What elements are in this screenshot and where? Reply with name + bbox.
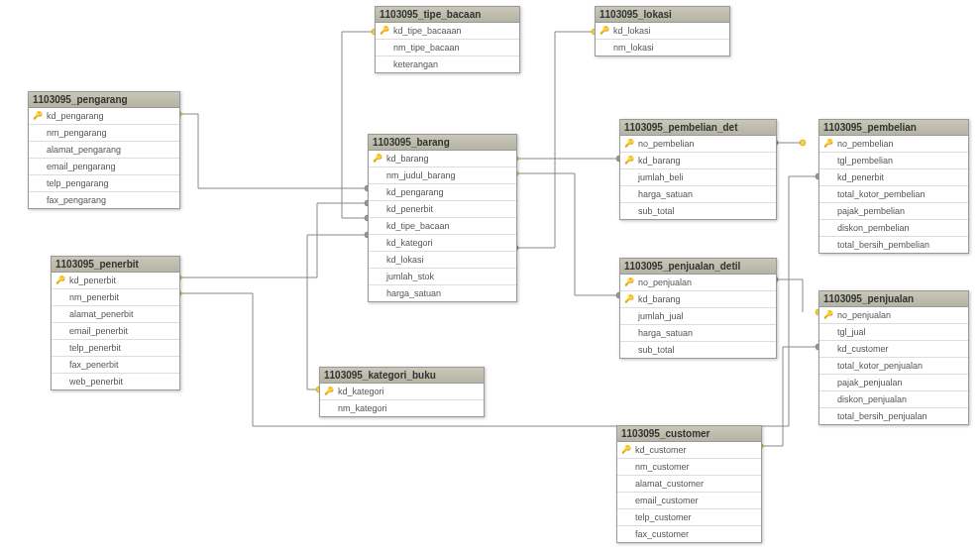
- table-row[interactable]: telp_pengarang: [29, 175, 179, 192]
- table-row[interactable]: alamat_pengarang: [29, 142, 179, 159]
- table-row[interactable]: kd_penerbit: [52, 273, 179, 289]
- table-row[interactable]: kd_tipe_bacaan: [369, 218, 516, 235]
- field-name: email_penerbit: [69, 326, 128, 336]
- table-row[interactable]: telp_penerbit: [52, 340, 179, 357]
- table-row[interactable]: kd_customer: [819, 341, 968, 358]
- table-row[interactable]: jumlah_jual: [620, 308, 776, 325]
- table-row[interactable]: kd_lokasi: [596, 23, 729, 40]
- table-penjualan_detil[interactable]: 1103095_penjualan_detilno_penjualankd_ba…: [619, 258, 777, 359]
- field-name: pajak_penjualan: [837, 378, 903, 388]
- table-row[interactable]: fax_pengarang: [29, 192, 179, 208]
- field-name: nm_customer: [635, 462, 690, 472]
- table-row[interactable]: no_pembelian: [620, 136, 776, 153]
- table-row[interactable]: jumlah_stok: [369, 269, 516, 285]
- table-row[interactable]: harga_satuan: [620, 325, 776, 342]
- table-header[interactable]: 1103095_pembelian: [819, 120, 968, 136]
- table-row[interactable]: kd_barang: [620, 291, 776, 308]
- key-placeholder: [33, 161, 43, 172]
- table-row[interactable]: no_penjualan: [819, 307, 968, 324]
- table-row[interactable]: jumlah_beli: [620, 169, 776, 186]
- key-placeholder: [823, 239, 833, 251]
- table-header[interactable]: 1103095_kategori_buku: [320, 368, 484, 384]
- table-row[interactable]: kd_customer: [617, 442, 761, 459]
- table-row[interactable]: nm_tipe_bacaan: [376, 40, 519, 56]
- table-row[interactable]: email_customer: [617, 493, 761, 509]
- table-row[interactable]: kd_kategori: [320, 384, 484, 400]
- field-name: alamat_customer: [635, 479, 704, 489]
- table-lokasi[interactable]: 1103095_lokasikd_lokasinm_lokasi: [595, 6, 730, 56]
- table-row[interactable]: diskon_pembelian: [819, 220, 968, 237]
- key-placeholder: [823, 205, 833, 217]
- table-header[interactable]: 1103095_penjualan: [819, 291, 968, 307]
- table-penjualan[interactable]: 1103095_penjualanno_penjualantgl_jualkd_…: [818, 290, 969, 425]
- table-row[interactable]: kd_barang: [620, 153, 776, 169]
- table-barang[interactable]: 1103095_barangkd_barangnm_judul_barangkd…: [368, 134, 517, 302]
- key-placeholder: [624, 310, 634, 322]
- table-row[interactable]: diskon_penjualan: [819, 391, 968, 408]
- table-row[interactable]: nm_judul_barang: [369, 167, 516, 184]
- key-placeholder: [33, 194, 43, 206]
- table-pembelian[interactable]: 1103095_pembelianno_pembeliantgl_pembeli…: [818, 119, 969, 254]
- table-row[interactable]: email_pengarang: [29, 159, 179, 175]
- table-header[interactable]: 1103095_tipe_bacaan: [376, 7, 519, 23]
- table-row[interactable]: kd_penerbit: [369, 201, 516, 218]
- table-row[interactable]: kd_kategori: [369, 235, 516, 252]
- table-row[interactable]: kd_penerbit: [819, 169, 968, 186]
- table-row[interactable]: total_kotor_penjualan: [819, 358, 968, 375]
- key-placeholder: [624, 188, 634, 200]
- key-placeholder: [621, 511, 631, 523]
- table-row[interactable]: kd_barang: [369, 151, 516, 167]
- table-row[interactable]: telp_customer: [617, 509, 761, 526]
- table-row[interactable]: kd_pengarang: [369, 184, 516, 201]
- table-row[interactable]: alamat_customer: [617, 476, 761, 493]
- table-row[interactable]: no_penjualan: [620, 275, 776, 291]
- key-placeholder: [373, 287, 382, 299]
- table-row[interactable]: alamat_penerbit: [52, 306, 179, 323]
- table-tipe_bacaan[interactable]: 1103095_tipe_bacaankd_tipe_bacaaannm_tip…: [375, 6, 520, 73]
- table-header[interactable]: 1103095_penjualan_detil: [620, 259, 776, 275]
- field-name: tgl_pembelian: [837, 156, 893, 166]
- table-row[interactable]: total_bersih_penjualan: [819, 408, 968, 424]
- table-row[interactable]: pajak_pembelian: [819, 203, 968, 220]
- table-row[interactable]: sub_total: [620, 203, 776, 219]
- table-header[interactable]: 1103095_pengarang: [29, 92, 179, 108]
- table-header[interactable]: 1103095_customer: [617, 426, 761, 442]
- table-header[interactable]: 1103095_penerbit: [52, 257, 179, 273]
- table-header[interactable]: 1103095_lokasi: [596, 7, 729, 23]
- field-name: nm_pengarang: [47, 128, 107, 138]
- table-row[interactable]: nm_lokasi: [596, 40, 729, 56]
- table-customer[interactable]: 1103095_customerkd_customernm_customeral…: [616, 425, 762, 543]
- key-placeholder: [373, 271, 382, 282]
- table-row[interactable]: total_bersih_pembelian: [819, 237, 968, 253]
- table-pengarang[interactable]: 1103095_pengarangkd_pengarangnm_pengaran…: [28, 91, 180, 209]
- table-row[interactable]: kd_pengarang: [29, 108, 179, 125]
- table-pembelian_detil[interactable]: 1103095_pembelian_detno_pembeliankd_bara…: [619, 119, 777, 220]
- primary-key-icon: [624, 155, 634, 166]
- table-penerbit[interactable]: 1103095_penerbitkd_penerbitnm_penerbital…: [51, 256, 180, 390]
- table-row[interactable]: tgl_pembelian: [819, 153, 968, 169]
- table-row[interactable]: total_kotor_pembelian: [819, 186, 968, 203]
- table-row[interactable]: harga_satuan: [369, 285, 516, 301]
- table-row[interactable]: harga_satuan: [620, 186, 776, 203]
- table-row[interactable]: no_pembelian: [819, 136, 968, 153]
- table-row[interactable]: nm_pengarang: [29, 125, 179, 142]
- table-row[interactable]: keterangan: [376, 56, 519, 72]
- table-row[interactable]: sub_total: [620, 342, 776, 358]
- table-header[interactable]: 1103095_barang: [369, 135, 516, 151]
- table-row[interactable]: kd_lokasi: [369, 252, 516, 269]
- table-row[interactable]: email_penerbit: [52, 323, 179, 340]
- table-row[interactable]: nm_kategori: [320, 400, 484, 416]
- table-row[interactable]: nm_penerbit: [52, 289, 179, 306]
- field-name: total_kotor_pembelian: [837, 189, 926, 199]
- table-row[interactable]: nm_customer: [617, 459, 761, 476]
- table-kategori_buku[interactable]: 1103095_kategori_bukukd_kategorinm_kateg…: [319, 367, 485, 417]
- primary-key-icon: [380, 25, 389, 37]
- table-row[interactable]: pajak_penjualan: [819, 375, 968, 391]
- field-name: alamat_pengarang: [47, 145, 121, 155]
- table-row[interactable]: web_penerbit: [52, 374, 179, 389]
- table-row[interactable]: fax_penerbit: [52, 357, 179, 374]
- table-row[interactable]: fax_customer: [617, 526, 761, 542]
- table-header[interactable]: 1103095_pembelian_det: [620, 120, 776, 136]
- table-row[interactable]: kd_tipe_bacaaan: [376, 23, 519, 40]
- table-row[interactable]: tgl_jual: [819, 324, 968, 341]
